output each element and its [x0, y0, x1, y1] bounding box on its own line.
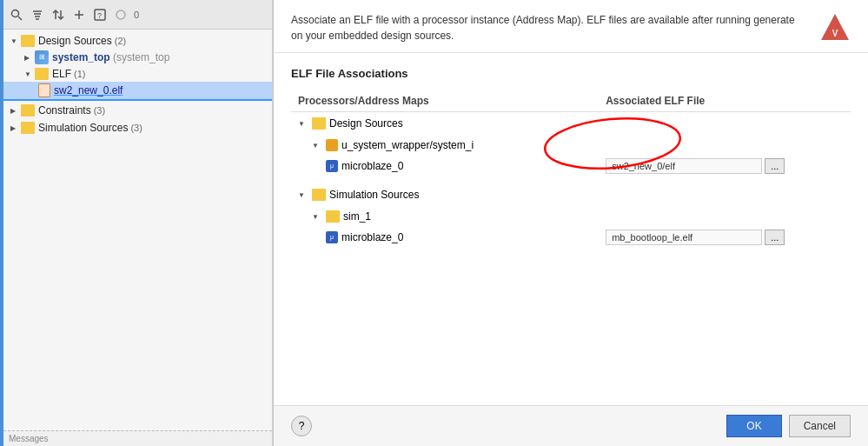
help-icon[interactable]: ?	[92, 7, 108, 23]
svg-text:?: ?	[97, 11, 102, 20]
right-panel: Associate an ELF file with a processor i…	[274, 0, 868, 446]
section-title: ELF File Associations	[291, 67, 851, 80]
table-wrapper: u_system_wrapper/system_i	[298, 137, 844, 153]
folder-icon	[35, 68, 49, 80]
col-elf-header: Associated ELF File	[599, 90, 851, 112]
elf-browse-sim-button[interactable]: ...	[765, 230, 785, 245]
table-simulation-sources-row: Simulation Sources	[291, 176, 851, 206]
file-tree: Design Sources (2) ⊞ system_top (system_…	[3, 30, 272, 430]
table-microblaze-sim-row[interactable]: μ microblaze_0 ...	[291, 227, 851, 248]
sort-icon[interactable]	[50, 7, 66, 23]
add-icon[interactable]	[71, 7, 87, 23]
tree-simulation-sources[interactable]: Simulation Sources (3)	[3, 120, 272, 136]
processor-icon: μ	[326, 231, 338, 243]
expand-arrow	[10, 37, 21, 45]
elf-row-sim: ...	[606, 230, 844, 245]
folder-icon	[312, 117, 326, 130]
table-microblaze-sim: μ microblaze_0	[298, 230, 592, 245]
system-top-label: system_top	[52, 51, 110, 63]
filter-icon[interactable]	[30, 7, 45, 23]
table-microblaze-design-label: microblaze_0	[341, 160, 403, 172]
processor-icon: μ	[326, 160, 338, 172]
elf-input-sim[interactable]	[606, 230, 762, 245]
expand-arrow	[298, 190, 308, 199]
design-icon: ⊞	[35, 50, 49, 64]
simulation-sources-label: Simulation Sources	[38, 122, 128, 134]
expand-arrow	[298, 119, 308, 128]
expand-arrow	[10, 106, 21, 115]
description-text: Associate an ELF file with a processor i…	[291, 12, 809, 43]
tree-elf-file[interactable]: sw2_new_0.elf	[3, 82, 272, 101]
elf-browse-design-button[interactable]: ...	[765, 158, 785, 174]
design-sources-label: Design Sources	[38, 35, 112, 47]
svg-text:V: V	[832, 29, 838, 38]
elf-label: ELF	[52, 68, 71, 80]
table-microblaze-design: μ microblaze_0	[298, 158, 592, 174]
table-design-sources-row: Design Sources	[291, 112, 851, 136]
table-sim1-row: sim_1	[291, 206, 851, 227]
expand-arrow	[312, 212, 322, 221]
tree-elf[interactable]: ELF (1)	[3, 66, 272, 82]
table-sim1: sim_1	[298, 209, 844, 224]
table-simulation-sources-label: Simulation Sources	[329, 189, 419, 201]
status-bar: Messages	[3, 430, 272, 446]
table-sim1-label: sim_1	[343, 210, 371, 223]
elf-count: (1)	[74, 69, 85, 79]
ok-button[interactable]: OK	[726, 415, 781, 437]
toolbar: ? 0	[3, 0, 272, 30]
tree-system-top[interactable]: ⊞ system_top (system_top	[3, 49, 272, 66]
search-icon[interactable]	[9, 7, 24, 23]
svg-point-12	[116, 10, 125, 19]
cancel-button[interactable]: Cancel	[789, 415, 851, 437]
table-wrapper-label: u_system_wrapper/system_i	[341, 139, 474, 151]
dialog-footer: ? OK Cancel	[274, 405, 868, 446]
svg-point-0	[12, 10, 19, 17]
folder-icon	[312, 189, 326, 201]
svg-line-1	[18, 17, 22, 20]
table-simulation-sources: Simulation Sources	[298, 187, 844, 203]
wrapper-icon	[326, 139, 338, 151]
constraints-count: (3)	[94, 105, 105, 116]
folder-icon	[21, 122, 35, 134]
design-sources-count: (2)	[115, 36, 126, 46]
left-panel: ? 0 Design Sources (2) ⊞ system_top (sys…	[3, 0, 273, 446]
dialog-body: ELF File Associations Processors/Address…	[274, 53, 868, 405]
system-top-suffix: (system_top	[110, 51, 170, 63]
expand-arrow	[10, 123, 21, 132]
elf-file-label: sw2_new_0.elf	[54, 84, 123, 97]
folder-icon	[326, 210, 340, 223]
constraints-label: Constraints	[38, 104, 91, 116]
simulation-sources-count: (3)	[130, 123, 142, 133]
footer-right: OK Cancel	[726, 415, 851, 437]
footer-left: ?	[291, 416, 312, 436]
table-microblaze-sim-label: microblaze_0	[341, 231, 403, 243]
dialog-description: Associate an ELF file with a processor i…	[274, 0, 868, 53]
folder-icon	[21, 35, 35, 47]
help-button[interactable]: ?	[291, 416, 312, 436]
elf-table: Processors/Address Maps Associated ELF F…	[291, 90, 851, 248]
table-microblaze-design-row[interactable]: μ microblaze_0 ...	[291, 156, 851, 176]
vivado-logo: V	[819, 12, 851, 43]
col-processors-header: Processors/Address Maps	[291, 90, 599, 112]
table-wrapper-row: u_system_wrapper/system_i	[291, 135, 851, 156]
table-design-sources-label: Design Sources	[329, 117, 403, 130]
table-design-sources: Design Sources	[298, 116, 844, 131]
folder-icon	[21, 104, 35, 116]
expand-arrow	[24, 70, 35, 78]
status-text: Messages	[9, 434, 49, 443]
tree-constraints[interactable]: Constraints (3)	[3, 103, 272, 118]
toolbar-text: 0	[134, 10, 139, 20]
expand-arrow	[312, 141, 322, 150]
elf-input-design[interactable]	[606, 158, 762, 174]
elf-row-design: ...	[606, 158, 844, 174]
elf-file-icon	[38, 83, 50, 97]
expand-arrow	[24, 53, 35, 62]
circle-icon	[113, 7, 129, 23]
tree-design-sources[interactable]: Design Sources (2)	[3, 33, 272, 49]
